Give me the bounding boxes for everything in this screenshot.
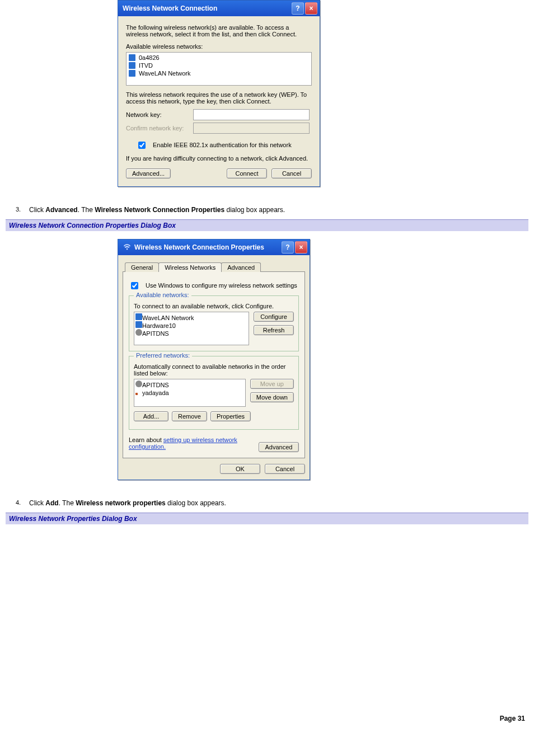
preferred-instruction: Automatically connect to available netwo… — [134, 363, 294, 377]
move-down-button[interactable]: Move down — [250, 392, 294, 402]
configure-button[interactable]: Configure — [254, 312, 294, 322]
dialog-title: Wireless Network Connection — [123, 4, 292, 12]
tab-panel: Use Windows to configure my wireless net… — [123, 271, 305, 458]
help-text: If you are having difficulty connecting … — [126, 155, 312, 162]
close-icon[interactable]: × — [305, 2, 317, 15]
signal-icon — [129, 70, 135, 77]
tab-strip: General Wireless Networks Advanced — [123, 262, 305, 271]
use-windows-configure-label: Use Windows to configure my wireless net… — [146, 282, 297, 289]
ok-button[interactable]: OK — [220, 464, 260, 474]
network-item[interactable]: 0a4826 — [128, 54, 310, 62]
available-networks-label: Available wireless networks: — [126, 43, 312, 50]
network-item[interactable]: WaveLAN Network — [128, 69, 310, 77]
step-3: Click Advanced. The Wireless Network Con… — [16, 206, 528, 214]
confirm-key-input — [193, 123, 310, 134]
enable-8021x-checkbox[interactable] — [138, 142, 146, 149]
close-icon[interactable]: × — [295, 241, 307, 253]
learn-text: Learn about setting up wireless network … — [129, 436, 254, 450]
adhoc-icon — [135, 329, 142, 336]
move-up-button: Move up — [250, 379, 294, 389]
list-item[interactable]: WaveLAN Network — [135, 313, 247, 321]
wep-text: This wireless network requires the use o… — [126, 91, 312, 105]
intro-text: The following wireless network(s) are av… — [126, 24, 312, 37]
remove-button[interactable]: Remove — [172, 411, 207, 421]
enable-8021x-label: Enable IEEE 802.1x authentication for th… — [153, 142, 292, 148]
list-item[interactable]: APITDNS — [135, 381, 244, 388]
help-icon[interactable]: ? — [292, 2, 304, 15]
section-heading-1: Wireless Network Connection Properties D… — [6, 219, 528, 231]
signal-icon — [129, 62, 135, 69]
add-button[interactable]: Add... — [134, 411, 168, 421]
step-4: Click Add. The Wireless network properti… — [16, 499, 528, 507]
available-instruction: To connect to an available network, clic… — [134, 303, 294, 309]
signal-icon — [129, 54, 135, 61]
available-networks-listbox[interactable]: 0a4826 ITVD WaveLAN Network — [126, 52, 312, 86]
preferred-listbox[interactable]: APITDNS yadayada — [134, 379, 246, 407]
network-key-label: Network key: — [126, 111, 188, 118]
signal-low-icon — [135, 388, 142, 395]
cancel-button[interactable]: Cancel — [271, 168, 312, 179]
advanced-button[interactable]: Advanced — [259, 442, 299, 452]
wifi-icon — [123, 243, 132, 252]
connect-button[interactable]: Connect — [227, 168, 267, 179]
list-item[interactable]: yadayada — [135, 388, 244, 396]
titlebar: Wireless Network Connection Properties ?… — [118, 240, 310, 255]
list-item[interactable]: APITDNS — [135, 329, 247, 337]
use-windows-configure-checkbox[interactable] — [131, 282, 138, 289]
available-listbox[interactable]: WaveLAN Network Hardware10 APITDNS — [134, 312, 249, 345]
page-number: Page 31 — [6, 715, 525, 722]
section-heading-2: Wireless Network Properties Dialog Box — [6, 513, 528, 524]
available-networks-legend: Available networks: — [134, 292, 191, 298]
signal-icon — [135, 321, 142, 328]
help-icon[interactable]: ? — [282, 241, 294, 253]
wireless-properties-dialog: Wireless Network Connection Properties ?… — [118, 239, 310, 480]
tab-advanced[interactable]: Advanced — [221, 262, 261, 272]
adhoc-icon — [135, 381, 142, 387]
tab-general[interactable]: General — [125, 262, 159, 272]
refresh-button[interactable]: Refresh — [254, 325, 294, 335]
tab-wireless-networks[interactable]: Wireless Networks — [158, 262, 222, 272]
wireless-connection-dialog: Wireless Network Connection ? × The foll… — [118, 0, 320, 187]
signal-icon — [135, 313, 142, 320]
preferred-networks-group: Preferred networks: Automatically connec… — [129, 356, 299, 430]
properties-button[interactable]: Properties — [210, 411, 251, 421]
network-item[interactable]: ITVD — [128, 62, 310, 69]
available-networks-group: Available networks: To connect to an ava… — [129, 295, 299, 351]
list-item[interactable]: Hardware10 — [135, 321, 247, 329]
advanced-button[interactable]: Advanced... — [126, 168, 171, 179]
confirm-key-label: Confirm network key: — [126, 125, 188, 132]
cancel-button[interactable]: Cancel — [265, 464, 305, 474]
preferred-networks-legend: Preferred networks: — [134, 352, 192, 359]
titlebar: Wireless Network Connection ? × — [118, 1, 320, 16]
network-key-input[interactable] — [193, 109, 310, 120]
dialog-title: Wireless Network Connection Properties — [134, 243, 282, 251]
